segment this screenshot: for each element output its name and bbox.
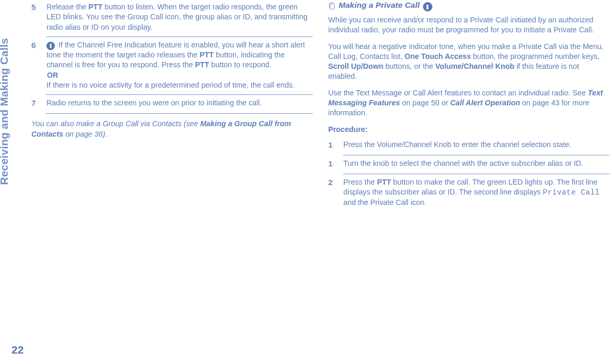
step-divider (343, 174, 610, 174)
section-title: Receiving and Making Calls (0, 38, 11, 185)
step-divider (46, 37, 313, 37)
procedure-label: Procedure: (328, 125, 610, 135)
step-body: Release the PTT button to listen. When t… (46, 2, 313, 32)
step-divider (343, 155, 610, 155)
page-number: 22 (11, 343, 23, 357)
step-body: Turn the knob to select the channel with… (344, 159, 610, 169)
text: Use the Text Message or Call Alert featu… (328, 89, 588, 97)
paragraph: Use the Text Message or Call Alert featu… (328, 88, 610, 118)
contacts-note: You can also make a Group Call via Conta… (31, 119, 313, 139)
text: on page 50 or (400, 99, 450, 107)
cross-ref-call-alert: Call Alert Operation (450, 99, 520, 107)
scroll-buttons-label: Scroll Up/Down (328, 62, 384, 70)
left-column: 5 Release the PTT button to listen. When… (31, 0, 313, 343)
step-number: 7 (31, 98, 40, 109)
text: button, the programmed number keys, (471, 52, 599, 60)
step-number: 2 (328, 177, 337, 208)
private-call-heading: Making a Private Call (328, 0, 610, 11)
phone-icon (46, 42, 55, 50)
step-number: 1 (328, 140, 337, 151)
step-body: Press the PTT button to make the call. T… (344, 177, 610, 208)
paragraph: You will hear a negative indicator tone,… (328, 42, 610, 82)
volume-knob-label: Volume/Channel Knob (436, 62, 514, 70)
heading-text: Making a Private Call (339, 0, 420, 11)
display-text: Private Call (543, 188, 599, 197)
step-number: 5 (31, 2, 40, 32)
text: If there is no voice activity for a pred… (46, 80, 311, 90)
text: Press the (344, 178, 377, 186)
text: You can also make a Group Call via Conta… (31, 119, 200, 128)
phone-icon (423, 2, 432, 11)
step-1a: 1 Press the Volume/Channel Knob to enter… (328, 138, 610, 154)
step-7: 7 Radio returns to the screen you were o… (31, 96, 313, 112)
step-6: 6 If the Channel Free Indication feature… (31, 38, 313, 93)
step-divider (46, 94, 313, 95)
step-body: If the Channel Free Indication feature i… (46, 40, 313, 90)
right-column: Making a Private Call While you can rece… (328, 0, 610, 343)
page-icon (328, 3, 336, 10)
step-1b: 1 Turn the knob to select the channel wi… (328, 156, 610, 173)
ptt-label: PTT (88, 3, 102, 11)
one-touch-access-label: One Touch Access (405, 52, 471, 60)
ptt-label: PTT (377, 178, 391, 186)
step-number: 6 (31, 40, 40, 90)
content-columns: 5 Release the PTT button to listen. When… (31, 0, 609, 343)
ptt-label: PTT (199, 51, 214, 59)
paragraph: While you can receive and/or respond to … (328, 15, 610, 35)
step-body: Press the Volume/Channel Knob to enter t… (344, 140, 610, 151)
text: button to respond. (209, 60, 272, 69)
ptt-label: PTT (195, 60, 209, 69)
or-label: OR (47, 70, 311, 80)
step-number: 1 (328, 159, 337, 169)
step-body: Radio returns to the screen you were on … (46, 98, 313, 109)
step-divider (46, 113, 313, 114)
svg-rect-1 (330, 4, 334, 9)
text: Release the (46, 3, 88, 11)
step-2: 2 Press the PTT button to make the call.… (328, 175, 610, 211)
text: and the Private Call icon. (344, 198, 427, 207)
step-5: 5 Release the PTT button to listen. When… (31, 0, 313, 35)
text: on page 36). (63, 130, 107, 138)
text: buttons, or the (383, 62, 435, 70)
